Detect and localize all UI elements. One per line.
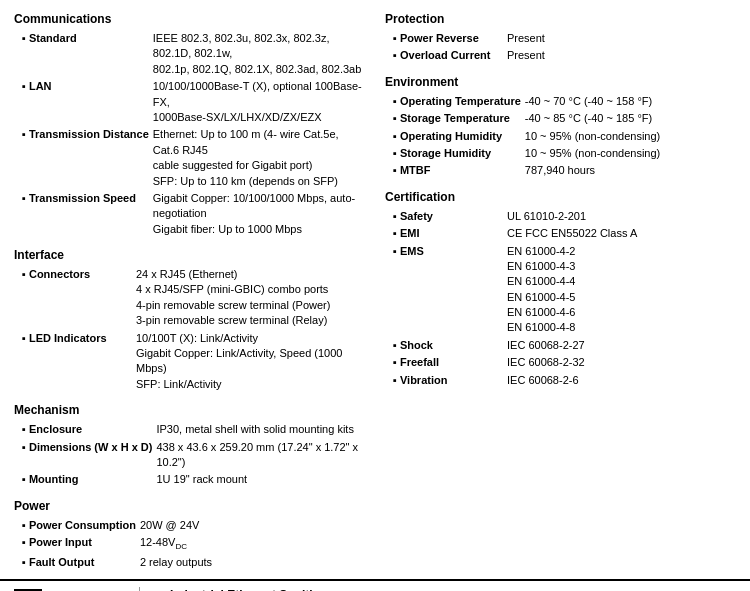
table-row: ▪ EMSEN 61000-4-2EN 61000-4-3EN 61000-4-…: [385, 243, 736, 337]
spec-label: ▪ Safety: [385, 208, 505, 225]
spec-value: Present: [505, 30, 736, 47]
spec-label: ▪ Standard: [14, 30, 151, 78]
spec-value: Ethernet: Up to 100 m (4- wire Cat.5e, C…: [151, 126, 365, 190]
spec-value: -40 ~ 70 °C (-40 ~ 158 °F): [523, 93, 736, 110]
spec-label: ▪ LED Indicators: [14, 330, 134, 394]
spec-value: 10/100T (X): Link/ActivityGigabit Copper…: [134, 330, 365, 394]
right-column: Protection▪ Power ReversePresent▪ Overlo…: [385, 12, 736, 571]
table-row: ▪ Power ReversePresent: [385, 30, 736, 47]
spec-table-right-0: ▪ Power ReversePresent▪ Overload Current…: [385, 30, 736, 65]
spec-value: IEC 60068-2-27: [505, 337, 736, 354]
spec-label: ▪ Transmission Speed: [14, 190, 151, 238]
footer-divider: [139, 587, 140, 591]
spec-label: ▪ MTBF: [385, 162, 523, 179]
table-row: ▪ SafetyUL 61010-2-201: [385, 208, 736, 225]
section-title-right-1: Environment: [385, 75, 736, 89]
footer: ADVANTECH Industrial Ethernet Soultions …: [0, 579, 750, 591]
spec-value: -40 ~ 85 °C (-40 ~ 185 °F): [523, 110, 736, 127]
spec-label: ▪ Operating Humidity: [385, 128, 523, 145]
table-row: ▪ Mounting1U 19" rack mount: [14, 471, 365, 488]
section-title-right-2: Certification: [385, 190, 736, 204]
spec-label: ▪ Fault Output: [14, 554, 138, 571]
table-row: ▪ LED Indicators10/100T (X): Link/Activi…: [14, 330, 365, 394]
spec-value: 2 relay outputs: [138, 554, 365, 571]
spec-value: Present: [505, 47, 736, 64]
spec-table-right-1: ▪ Operating Temperature-40 ~ 70 °C (-40 …: [385, 93, 736, 180]
spec-value: IEC 60068-2-6: [505, 372, 736, 389]
table-row: ▪ Connectors24 x RJ45 (Ethernet)4 x RJ45…: [14, 266, 365, 330]
spec-value: 24 x RJ45 (Ethernet)4 x RJ45/SFP (mini-G…: [134, 266, 365, 330]
table-row: ▪ Overload CurrentPresent: [385, 47, 736, 64]
spec-label: ▪ Storage Temperature: [385, 110, 523, 127]
table-row: ▪ ShockIEC 60068-2-27: [385, 337, 736, 354]
spec-label: ▪ Operating Temperature: [385, 93, 523, 110]
table-row: ▪ EMICE FCC EN55022 Class A: [385, 225, 736, 242]
table-row: ▪ Operating Temperature-40 ~ 70 °C (-40 …: [385, 93, 736, 110]
spec-value: 10/100/1000Base-T (X), optional 100Base-…: [151, 78, 365, 126]
spec-label: ▪ Shock: [385, 337, 505, 354]
spec-label: ▪ Vibration: [385, 372, 505, 389]
content-area: Communications▪ StandardIEEE 802.3, 802.…: [0, 0, 750, 579]
spec-table-left-3: ▪ Power Consumption20W @ 24V▪ Power Inpu…: [14, 517, 365, 571]
table-row: ▪ LAN10/100/1000Base-T (X), optional 100…: [14, 78, 365, 126]
spec-value: CE FCC EN55022 Class A: [505, 225, 736, 242]
spec-label: ▪ Power Input: [14, 534, 138, 553]
spec-label: ▪ LAN: [14, 78, 151, 126]
spec-value: UL 61010-2-201: [505, 208, 736, 225]
section-title-left-3: Power: [14, 499, 365, 513]
table-row: ▪ StandardIEEE 802.3, 802.3u, 802.3x, 80…: [14, 30, 365, 78]
page: Communications▪ StandardIEEE 802.3, 802.…: [0, 0, 750, 591]
spec-label: ▪ Storage Humidity: [385, 145, 523, 162]
spec-value: 1U 19" rack mount: [154, 471, 365, 488]
section-title-left-2: Mechanism: [14, 403, 365, 417]
table-row: ▪ Operating Humidity10 ~ 95% (non-conden…: [385, 128, 736, 145]
spec-value: 12-48VDC: [138, 534, 365, 553]
spec-table-right-2: ▪ SafetyUL 61010-2-201▪ EMICE FCC EN5502…: [385, 208, 736, 389]
spec-value: IEC 60068-2-32: [505, 354, 736, 371]
spec-label: ▪ Power Reverse: [385, 30, 505, 47]
spec-label: ▪ Freefall: [385, 354, 505, 371]
spec-value: 438 x 43.6 x 259.20 mm (17.24" x 1.72" x…: [154, 439, 365, 472]
spec-label: ▪ EMS: [385, 243, 505, 337]
left-column: Communications▪ StandardIEEE 802.3, 802.…: [14, 12, 365, 571]
spec-table-left-1: ▪ Connectors24 x RJ45 (Ethernet)4 x RJ45…: [14, 266, 365, 393]
section-title-left-1: Interface: [14, 248, 365, 262]
spec-value: 20W @ 24V: [138, 517, 365, 534]
spec-value: 787,940 hours: [523, 162, 736, 179]
spec-value: EN 61000-4-2EN 61000-4-3EN 61000-4-4EN 6…: [505, 243, 736, 337]
spec-label: ▪ Mounting: [14, 471, 154, 488]
table-row: ▪ Power Consumption20W @ 24V: [14, 517, 365, 534]
spec-table-left-2: ▪ EnclosureIP30, metal shell with solid …: [14, 421, 365, 489]
spec-value: IEEE 802.3, 802.3u, 802.3x, 802.3z, 802.…: [151, 30, 365, 78]
spec-table-left-0: ▪ StandardIEEE 802.3, 802.3u, 802.3x, 80…: [14, 30, 365, 238]
table-row: ▪ Transmission DistanceEthernet: Up to 1…: [14, 126, 365, 190]
spec-label: ▪ Transmission Distance: [14, 126, 151, 190]
spec-value: 10 ~ 95% (non-condensing): [523, 145, 736, 162]
table-row: ▪ Transmission SpeedGigabit Copper: 10/1…: [14, 190, 365, 238]
table-row: ▪ Fault Output2 relay outputs: [14, 554, 365, 571]
section-title-left-0: Communications: [14, 12, 365, 26]
spec-label: ▪ EMI: [385, 225, 505, 242]
table-row: ▪ MTBF787,940 hours: [385, 162, 736, 179]
table-row: ▪ Dimensions (W x H x D)438 x 43.6 x 259…: [14, 439, 365, 472]
spec-value: Gigabit Copper: 10/100/1000 Mbps, auto-n…: [151, 190, 365, 238]
section-title-right-0: Protection: [385, 12, 736, 26]
spec-label: ▪ Connectors: [14, 266, 134, 330]
table-row: ▪ Power Input12-48VDC: [14, 534, 365, 553]
spec-label: ▪ Dimensions (W x H x D): [14, 439, 154, 472]
table-row: ▪ VibrationIEC 60068-2-6: [385, 372, 736, 389]
spec-value: IP30, metal shell with solid mounting ki…: [154, 421, 365, 438]
table-row: ▪ EnclosureIP30, metal shell with solid …: [14, 421, 365, 438]
spec-label: ▪ Overload Current: [385, 47, 505, 64]
spec-value: 10 ~ 95% (non-condensing): [523, 128, 736, 145]
table-row: ▪ Storage Temperature-40 ~ 85 °C (-40 ~ …: [385, 110, 736, 127]
table-row: ▪ FreefallIEC 60068-2-32: [385, 354, 736, 371]
spec-label: ▪ Power Consumption: [14, 517, 138, 534]
spec-label: ▪ Enclosure: [14, 421, 154, 438]
table-row: ▪ Storage Humidity10 ~ 95% (non-condensi…: [385, 145, 736, 162]
